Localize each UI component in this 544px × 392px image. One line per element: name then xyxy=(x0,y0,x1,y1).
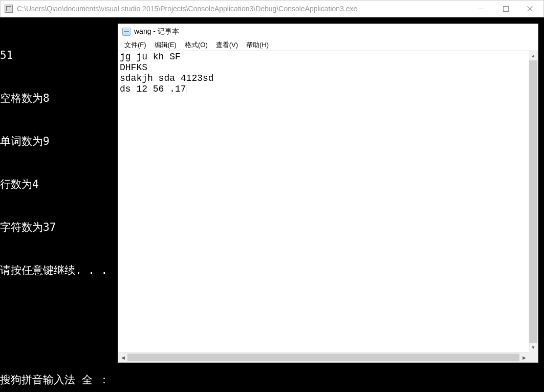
console-line: 行数为4 xyxy=(0,177,107,191)
notepad-title: wang - 记事本 xyxy=(134,27,179,36)
text-line: DHFKS xyxy=(120,62,147,73)
scroll-thumb[interactable] xyxy=(529,60,537,343)
scroll-thumb[interactable] xyxy=(127,354,519,361)
console-line: 单词数为9 xyxy=(0,134,107,148)
text-line: jg ju kh SF xyxy=(120,52,181,62)
notepad-titlebar[interactable]: wang - 记事本 xyxy=(118,24,538,39)
notepad-app-icon xyxy=(122,28,130,36)
notepad-menubar: 文件(F) 编辑(E) 格式(O) 查看(V) 帮助(H) xyxy=(118,39,538,51)
vertical-scrollbar[interactable]: ▲ ▼ xyxy=(529,51,538,352)
console-window-title: C:\Users\Qiao\documents\visual studio 20… xyxy=(17,5,469,13)
menu-help[interactable]: 帮助(H) xyxy=(243,39,272,51)
console-line: 字符数为37 xyxy=(0,220,107,234)
text-caret xyxy=(186,85,186,94)
menu-format[interactable]: 格式(O) xyxy=(182,39,211,51)
close-icon xyxy=(527,6,533,12)
console-line: 51 xyxy=(0,48,107,62)
minimize-icon xyxy=(478,9,484,9)
console-output: 51 空格数为8 单词数为9 行数为4 字符数为37 请按任意键继续. . . xyxy=(0,17,107,306)
notepad-content-area: jg ju kh SF DHFKS sdakjh sda 4123sd ds 1… xyxy=(118,51,538,362)
scroll-up-icon[interactable]: ▲ xyxy=(529,51,538,60)
text-line: sdakjh sda 4123sd xyxy=(120,73,214,83)
maximize-button[interactable] xyxy=(493,1,518,17)
console-client-area: 51 空格数为8 单词数为9 行数为4 字符数为37 请按任意键继续. . . … xyxy=(0,17,544,392)
minimize-button[interactable] xyxy=(469,1,493,17)
close-button[interactable] xyxy=(518,1,542,17)
console-line: 空格数为8 xyxy=(0,91,107,105)
maximize-icon xyxy=(503,6,509,12)
scrollbar-corner xyxy=(529,352,538,362)
horizontal-scrollbar[interactable]: ◀ ▶ xyxy=(118,352,538,362)
console-app-icon xyxy=(5,5,13,13)
console-line: 请按任意键继续. . . xyxy=(0,263,107,277)
console-window-controls xyxy=(469,1,542,17)
menu-edit[interactable]: 编辑(E) xyxy=(151,39,180,51)
scroll-right-icon[interactable]: ▶ xyxy=(519,353,529,362)
scroll-left-icon[interactable]: ◀ xyxy=(118,353,127,362)
menu-file[interactable]: 文件(F) xyxy=(121,39,149,51)
scroll-down-icon[interactable]: ▼ xyxy=(529,343,538,352)
menu-view[interactable]: 查看(V) xyxy=(213,39,241,51)
text-line: ds 12 56 .17 xyxy=(120,84,186,94)
ime-status-bar: 搜狗拼音输入法 全 ： xyxy=(0,373,110,392)
console-titlebar[interactable]: C:\Users\Qiao\documents\visual studio 20… xyxy=(0,0,544,17)
notepad-textarea[interactable]: jg ju kh SF DHFKS sdakjh sda 4123sd ds 1… xyxy=(118,51,538,352)
notepad-window[interactable]: wang - 记事本 文件(F) 编辑(E) 格式(O) 查看(V) 帮助(H)… xyxy=(118,24,538,363)
